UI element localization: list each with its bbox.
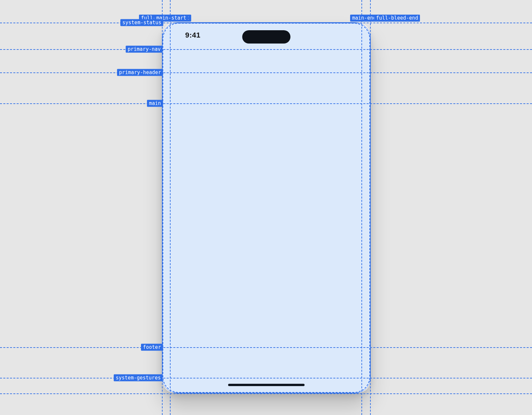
label-full-bleed-end: full-bleed-end [374, 15, 420, 22]
guide-primary-nav [0, 49, 532, 50]
status-time: 9:41 [185, 31, 200, 40]
corner-highlight [163, 381, 174, 393]
phone-frame: 9:41 [162, 22, 371, 393]
phone-inner-dash [163, 23, 370, 393]
label-system-gestures: system-gestures [114, 374, 163, 381]
label-system-status: system-status [120, 19, 163, 26]
label-primary-header: primary-header [117, 69, 163, 76]
guide-full-bleed-start [162, 0, 163, 415]
guide-system-status [0, 23, 532, 23]
guide-main-end [361, 0, 362, 415]
corner-highlight [359, 381, 370, 393]
label-footer: footer [141, 344, 163, 351]
guide-main [0, 103, 532, 104]
corner-highlight [359, 23, 370, 34]
guide-main-start [170, 0, 171, 415]
guide-full-bleed-end [370, 0, 371, 415]
label-main: main [147, 100, 163, 107]
corner-highlight [163, 23, 174, 34]
label-primary-nav: primary-nav [126, 46, 163, 53]
guide-system-gestures [0, 378, 532, 378]
dynamic-island [242, 30, 291, 44]
guide-footer [0, 347, 532, 348]
home-indicator [228, 384, 305, 386]
guide-phone-bottom [0, 393, 532, 394]
guide-primary-header [0, 72, 532, 73]
